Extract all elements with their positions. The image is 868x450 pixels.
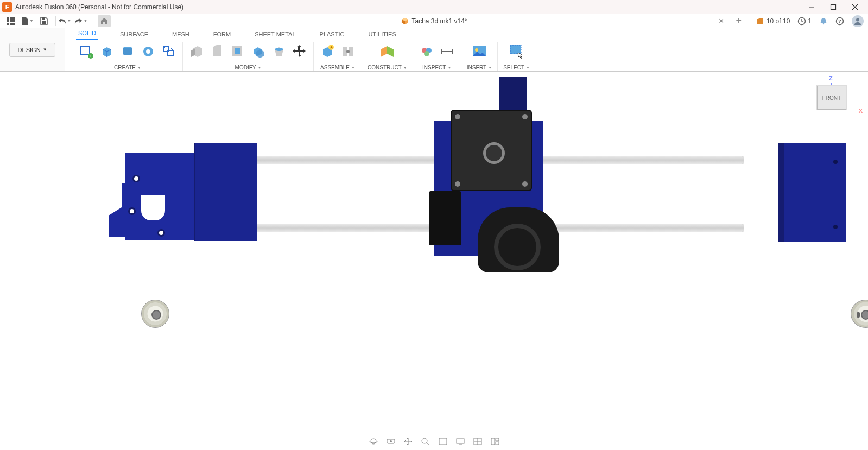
user-avatar[interactable]	[852, 15, 864, 27]
svg-rect-7	[7, 20, 9, 22]
grid-settings-icon[interactable]	[472, 436, 484, 447]
svg-point-43	[475, 48, 478, 52]
svg-point-19	[856, 18, 859, 21]
tab-mesh[interactable]: MESH	[170, 29, 192, 40]
svg-point-40	[424, 51, 429, 56]
svg-rect-9	[12, 20, 15, 22]
quick-access-toolbar: ▼ ▼ ▼ Tacha 3d mk1 v14* × + 10 of 10 1 ?	[0, 14, 868, 28]
viewport[interactable]: Z FRONT X	[0, 72, 868, 450]
svg-rect-35	[343, 47, 347, 56]
model-render	[125, 83, 846, 332]
job-status-button[interactable]: 1	[797, 17, 812, 26]
workspace-switcher[interactable]: DESIGN▼	[9, 43, 55, 57]
notifications-button[interactable]	[819, 17, 828, 26]
group-insert-label[interactable]: INSERT▼	[467, 64, 492, 71]
tab-surface[interactable]: SURFACE	[118, 29, 150, 40]
home-button[interactable]	[98, 15, 111, 27]
tab-utilities[interactable]: UTILITIES	[366, 29, 398, 40]
window-minimize-button[interactable]	[801, 0, 822, 14]
display-settings-icon[interactable]	[454, 436, 466, 447]
svg-text:?: ?	[838, 18, 841, 24]
group-construct-label[interactable]: CONSTRUCT▼	[368, 64, 407, 71]
svg-rect-4	[7, 17, 9, 20]
app-title: Autodesk Fusion 360 (Personal - Not for …	[15, 3, 183, 11]
group-create-label[interactable]: CREATE▼	[114, 64, 141, 71]
window-close-button[interactable]	[844, 0, 866, 14]
tab-plastic[interactable]: PLASTIC	[318, 29, 347, 40]
group-construct: CONSTRUCT▼	[362, 42, 413, 71]
extensions-button[interactable]: 10 of 10	[756, 17, 790, 26]
joint-icon[interactable]	[340, 43, 356, 60]
app-icon: F	[2, 2, 12, 12]
orbit-icon[interactable]	[368, 436, 379, 447]
undo-button[interactable]: ▼	[58, 15, 71, 28]
svg-line-49	[427, 443, 429, 445]
measure-icon[interactable]	[439, 43, 455, 60]
insert-icon[interactable]	[470, 42, 489, 61]
combine-icon[interactable]	[250, 43, 267, 60]
group-assemble-label[interactable]: ASSEMBLE▼	[320, 64, 355, 71]
viewport-layout-icon[interactable]	[489, 436, 501, 447]
svg-rect-58	[496, 442, 499, 445]
tab-solid[interactable]: SOLID	[76, 28, 98, 40]
close-tab-button[interactable]: ×	[719, 16, 724, 26]
svg-rect-56	[491, 438, 495, 445]
new-component-icon[interactable]: ★	[319, 43, 335, 60]
svg-rect-5	[10, 17, 12, 20]
help-button[interactable]: ?	[835, 17, 844, 26]
draft-icon[interactable]	[271, 43, 287, 60]
group-create: + CREATE▼	[73, 42, 183, 71]
group-select: SELECT▼	[498, 42, 535, 71]
window-maximize-button[interactable]	[822, 0, 844, 14]
zoom-icon[interactable]	[420, 436, 432, 447]
pan-icon[interactable]	[402, 436, 414, 447]
group-select-label[interactable]: SELECT▼	[503, 64, 530, 71]
group-inspect-label[interactable]: INSPECT▼	[422, 64, 451, 71]
ribbon-tabs: SOLID SURFACE MESH FORM SHEET METAL PLAS…	[65, 28, 868, 40]
move-icon[interactable]	[292, 43, 308, 60]
svg-rect-13	[42, 17, 45, 20]
svg-rect-8	[10, 20, 12, 22]
group-modify-label[interactable]: MODIFY▼	[235, 64, 262, 71]
fit-icon[interactable]	[437, 436, 449, 447]
svg-rect-1	[831, 5, 836, 10]
new-tab-button[interactable]: +	[736, 15, 742, 27]
svg-rect-6	[12, 17, 15, 20]
svg-rect-20	[81, 46, 90, 55]
extrude-icon[interactable]	[99, 43, 115, 60]
svg-point-16	[823, 23, 825, 24]
svg-text:+: +	[90, 54, 92, 59]
data-panel-button[interactable]	[4, 15, 17, 28]
svg-point-32	[275, 48, 283, 51]
svg-rect-11	[10, 23, 12, 25]
svg-line-28	[163, 46, 168, 50]
revolve-icon[interactable]	[119, 43, 136, 60]
document-tab[interactable]: Tacha 3d mk1 v14*	[401, 17, 467, 25]
sketch-icon[interactable]: +	[78, 43, 94, 60]
select-icon[interactable]	[508, 42, 526, 61]
svg-rect-36	[349, 47, 353, 56]
tab-sheet-metal[interactable]: SHEET METAL	[252, 29, 297, 40]
save-button[interactable]	[37, 15, 50, 28]
document-name: Tacha 3d mk1 v14*	[411, 17, 467, 25]
file-menu-button[interactable]: ▼	[21, 15, 34, 28]
fillet-icon[interactable]	[209, 43, 225, 60]
look-icon[interactable]	[385, 436, 397, 447]
loft-icon[interactable]	[161, 43, 177, 60]
svg-rect-44	[510, 45, 521, 54]
svg-point-47	[390, 440, 392, 442]
title-bar: F Autodesk Fusion 360 (Personal - Not fo…	[0, 0, 868, 14]
group-inspect: INSPECT▼	[413, 42, 461, 71]
sweep-icon[interactable]	[140, 43, 156, 60]
svg-rect-14	[42, 21, 46, 24]
svg-rect-51	[457, 439, 464, 443]
group-assemble: ★ ASSEMBLE▼	[314, 42, 362, 71]
svg-rect-12	[12, 23, 15, 25]
redo-button[interactable]: ▼	[74, 15, 87, 28]
presspull-icon[interactable]	[188, 43, 205, 60]
svg-point-48	[422, 438, 427, 443]
inspect-icon[interactable]	[419, 43, 435, 60]
shell-icon[interactable]	[230, 43, 246, 60]
tab-form[interactable]: FORM	[211, 29, 233, 40]
construct-plane-icon[interactable]	[378, 42, 396, 61]
